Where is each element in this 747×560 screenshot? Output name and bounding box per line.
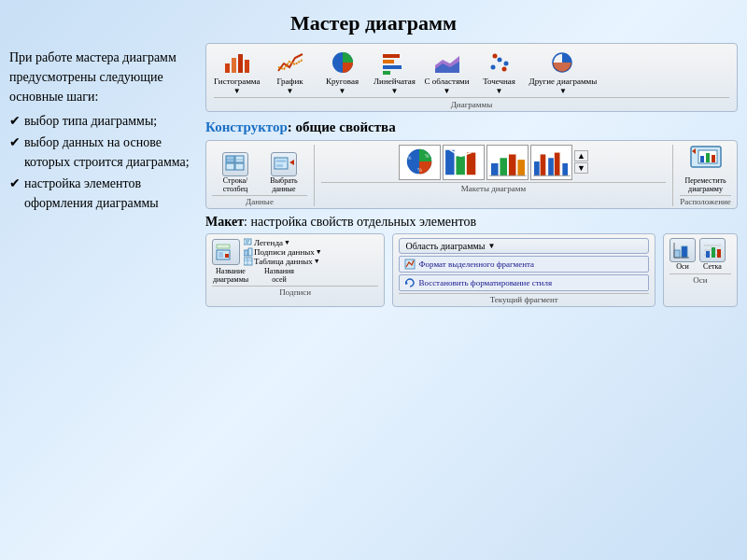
current-fragment-ribbon: Область диаграммы ▼ Формат выделенного ф… — [392, 233, 655, 307]
axes-icon — [669, 238, 696, 262]
step-3: ✔ настройка элементов оформления диаграм… — [9, 174, 196, 213]
axes-items: Оси Сетк — [669, 238, 731, 272]
legend-label: Легенда — [254, 238, 283, 247]
data-table-btn[interactable]: Таблица данных ▼ — [244, 257, 320, 266]
bottom-ribbons: Легенда ▼ Подписи данных ▼ Таблица данны… — [205, 233, 738, 307]
area-dropdown-label: Область диаграммы — [405, 241, 485, 251]
graph-label: График — [276, 77, 303, 87]
checkmark-3: ✔ — [9, 174, 21, 193]
svg-rect-74 — [717, 249, 721, 258]
constructor-rest: : общие свойства — [288, 119, 396, 134]
svg-rect-24 — [276, 160, 286, 162]
labels-ribbon: Легенда ▼ Подписи данных ▼ Таблица данны… — [205, 233, 385, 307]
data-group: Строка/столбец Выбрать данные — [212, 145, 307, 207]
layout-thumb-4[interactable] — [530, 145, 572, 180]
line-icon — [380, 49, 410, 76]
svg-rect-31 — [445, 150, 454, 175]
svg-rect-59 — [248, 248, 252, 256]
select-data-btn[interactable]: Выбрать данные — [261, 152, 307, 194]
svg-rect-5 — [383, 54, 400, 58]
data-labels-label: Подписи данных — [254, 247, 315, 257]
chart-name-btn[interactable] — [212, 239, 240, 265]
layouts-group: % % % — [321, 145, 666, 207]
layouts-group-label: Макеты диаграмм — [321, 182, 666, 193]
svg-text:%: % — [417, 167, 422, 173]
svg-rect-54 — [217, 245, 230, 248]
chart-types-ribbon: Гистограмма ▼ График ▼ — [205, 43, 738, 112]
svg-rect-35 — [500, 158, 507, 175]
maket-bold: Макет — [205, 215, 244, 229]
scatter-icon — [485, 49, 514, 76]
svg-rect-40 — [541, 154, 546, 175]
axes-group-label: Оси — [669, 273, 731, 285]
svg-point-13 — [503, 62, 508, 66]
svg-rect-73 — [712, 247, 715, 258]
axes-btn[interactable]: Оси — [669, 238, 696, 272]
page-title: Мастер диаграмм — [0, 0, 747, 43]
restore-style-btn[interactable]: Восстановить форматирование стиля — [399, 274, 649, 291]
svg-rect-58 — [244, 250, 248, 256]
layout-thumb-1[interactable]: % % % — [399, 145, 441, 180]
divider-1 — [314, 145, 315, 207]
svg-rect-33 — [467, 152, 475, 175]
row-col-btn[interactable]: Строка/столбец — [212, 152, 259, 194]
data-table-arrow: ▼ — [314, 258, 320, 265]
histogram-arrow: ▼ — [233, 87, 241, 95]
svg-rect-1 — [232, 58, 236, 73]
svg-text:%: % — [407, 155, 412, 161]
histogram-btn[interactable]: Гистограмма ▼ — [214, 49, 261, 95]
svg-rect-2 — [238, 54, 243, 73]
layout-thumb-2[interactable] — [443, 145, 485, 180]
other-charts-btn[interactable]: Другие диаграммы ▼ — [529, 49, 598, 95]
grid-btn[interactable]: Сетка — [699, 238, 726, 272]
pie-label: Круговая — [326, 77, 359, 87]
chart-types-group-label: Диаграммы — [214, 97, 729, 109]
format-fragment-btn[interactable]: Формат выделенного фрагмента — [399, 256, 649, 273]
layout-thumb-3[interactable] — [486, 145, 529, 180]
constructor-blue: Конструктор — [205, 119, 288, 134]
legend-btn[interactable]: Легенда ▼ — [244, 238, 290, 247]
current-fragment-label: Текущий фрагмент — [399, 293, 649, 304]
format-fragment-label: Формат выделенного фрагмента — [418, 259, 534, 269]
checkmark-1: ✔ — [9, 111, 21, 131]
area-dropdown-btn[interactable]: Область диаграммы ▼ — [399, 238, 649, 254]
svg-rect-66 — [682, 246, 687, 258]
select-data-icon — [271, 152, 297, 176]
labels-right-col: Легенда ▼ Подписи данных ▼ Таблица данны… — [244, 238, 322, 266]
pie-btn[interactable]: Круговая ▼ — [320, 49, 365, 95]
svg-rect-34 — [491, 163, 499, 175]
histogram-icon — [222, 49, 252, 76]
svg-point-11 — [490, 65, 495, 70]
scatter-btn[interactable]: Точечная ▼ — [477, 49, 522, 95]
line-btn[interactable]: Линейчатая ▼ — [373, 49, 417, 95]
area-btn[interactable]: С областями ▼ — [425, 49, 470, 95]
data-group-label: Данные — [212, 195, 307, 206]
move-chart-label: Переместить диаграмму — [680, 177, 731, 194]
chart-name-sublabel: Название диаграммы — [212, 267, 249, 284]
layout-scroll-up[interactable]: ▲ — [574, 150, 588, 161]
data-table-label: Таблица данных — [254, 257, 313, 266]
svg-rect-72 — [706, 251, 710, 258]
move-chart-btn[interactable]: Переместить диаграмму — [680, 145, 731, 194]
graph-icon — [275, 49, 305, 76]
svg-rect-25 — [276, 164, 283, 167]
svg-rect-19 — [235, 156, 244, 162]
other-charts-arrow: ▼ — [559, 87, 567, 95]
pie-icon — [328, 49, 358, 76]
svg-rect-17 — [226, 156, 234, 162]
svg-rect-39 — [534, 161, 540, 175]
graph-btn[interactable]: График ▼ — [268, 49, 313, 95]
svg-rect-0 — [225, 63, 230, 73]
labels-main-row: Легенда ▼ Подписи данных ▼ Таблица данны… — [212, 238, 378, 266]
svg-rect-18 — [226, 163, 234, 170]
layout-scroll-down[interactable]: ▼ — [574, 162, 588, 174]
histogram-label: Гистограмма — [214, 77, 261, 87]
data-labels-btn[interactable]: Подписи данных ▼ — [244, 247, 322, 257]
graph-arrow: ▼ — [287, 87, 294, 95]
grid-icon — [699, 238, 726, 262]
scatter-arrow: ▼ — [496, 87, 503, 95]
move-chart-icon — [689, 145, 723, 177]
axes-ribbon: Оси Сетк — [663, 233, 738, 307]
divider-2 — [672, 145, 673, 207]
other-charts-icon — [548, 49, 578, 76]
